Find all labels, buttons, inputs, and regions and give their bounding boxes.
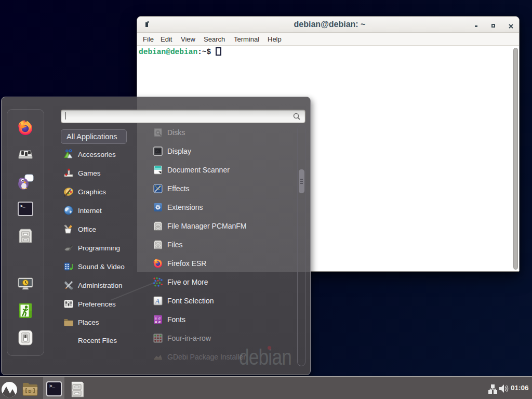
svg-text:a: a xyxy=(155,320,157,324)
svg-text:a: a xyxy=(158,320,161,324)
svg-text:>_: >_ xyxy=(20,204,25,208)
svg-text:A: A xyxy=(155,297,159,305)
svg-text:D: D xyxy=(29,389,32,394)
